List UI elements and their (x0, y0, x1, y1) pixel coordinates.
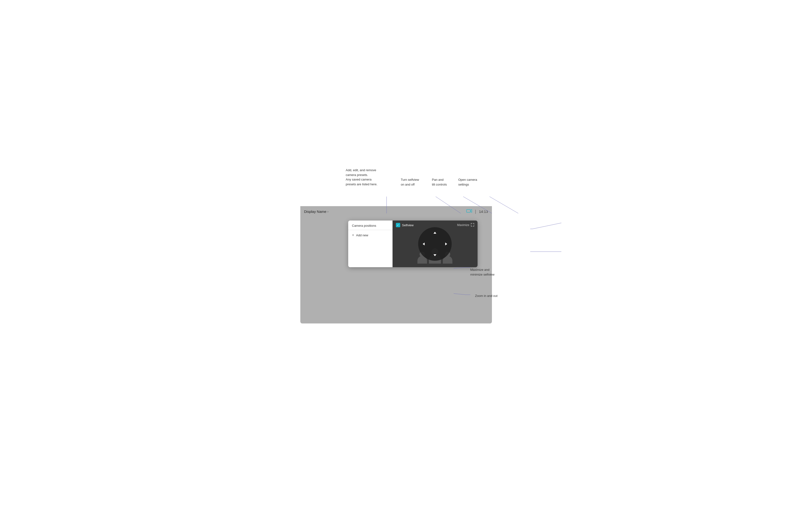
ptz-circle (418, 227, 452, 261)
svg-rect-8 (467, 209, 470, 212)
callout-camera-presets: Add, edit, and removecamera presets.Any … (346, 168, 384, 187)
top-bar-right: | 14:13 (466, 209, 488, 214)
ptz-right-button[interactable] (442, 240, 450, 248)
ptz-up-button[interactable] (431, 229, 438, 236)
page-wrapper: Add, edit, and removecamera presets.Any … (264, 158, 528, 374)
divider: | (475, 209, 476, 214)
callout-selfview: Turn selfviewon and off (401, 177, 430, 187)
plus-icon: + (352, 233, 354, 237)
svg-line-3 (490, 196, 518, 213)
selfview-label: Selfview (402, 223, 414, 227)
maximize-icon (471, 223, 474, 227)
selfview-right-panel: ✓ Selfview Maximize (393, 221, 477, 267)
selfview-toggle[interactable]: ✓ Selfview (396, 223, 414, 227)
device-screen: Display Name › | 14:13 Camera positions (300, 206, 492, 323)
ptz-left-button[interactable] (420, 240, 427, 248)
display-name-text: Display Name (304, 209, 326, 213)
selfview-header: ✓ Selfview Maximize (393, 221, 477, 230)
maximize-button[interactable]: Maximize (457, 223, 474, 227)
maximize-label: Maximize (457, 223, 469, 227)
add-new-button[interactable]: + Add new (348, 230, 393, 240)
camera-icon[interactable] (466, 209, 472, 214)
camera-positions-title: Camera positions (348, 221, 393, 230)
camera-positions-panel: Camera positions + Add new (348, 221, 393, 267)
display-name[interactable]: Display Name › (304, 209, 328, 213)
ptz-down-button[interactable] (431, 252, 438, 259)
callout-maximize-selfview: Maximize andminimize selfview (470, 267, 513, 277)
callout-camera-settings: Open camerasettings (458, 177, 487, 187)
svg-line-5 (533, 223, 561, 229)
add-new-label: Add new (356, 233, 368, 237)
chevron-icon: › (327, 210, 328, 213)
callout-pan-tilt: Pan andtilt controls (432, 177, 456, 187)
selfview-container: Camera positions + Add new ✓ Selfview Ma… (348, 221, 477, 267)
selfview-checkbox[interactable]: ✓ (396, 223, 400, 227)
time-display: 14:13 (479, 209, 488, 213)
top-bar: Display Name › | 14:13 (300, 206, 492, 217)
callout-zoom: Zoom in and out (475, 293, 513, 298)
ptz-overlay (418, 227, 452, 261)
